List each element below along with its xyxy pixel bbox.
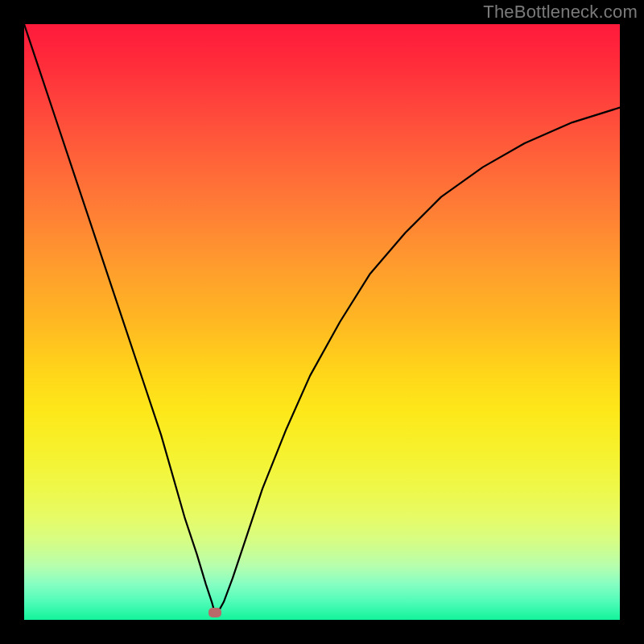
optimal-point-marker (208, 608, 221, 617)
bottleneck-curve (24, 24, 620, 613)
chart-frame: TheBottleneck.com (0, 0, 644, 644)
plot-area (24, 24, 620, 620)
watermark-text: TheBottleneck.com (483, 2, 638, 23)
curve-svg (24, 24, 620, 620)
